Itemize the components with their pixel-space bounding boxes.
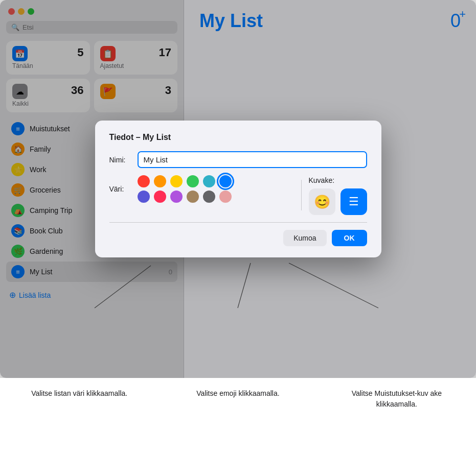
icon-buttons: 😊 ☰ (309, 188, 367, 215)
color-teal[interactable] (203, 175, 215, 187)
color-pink[interactable] (154, 191, 166, 203)
color-red[interactable] (138, 175, 150, 187)
color-orange[interactable] (154, 175, 166, 187)
list-info-modal: Tiedot – My List Nimi: Väri: (95, 121, 381, 257)
ok-button[interactable]: OK (332, 230, 367, 246)
color-purple[interactable] (138, 191, 150, 203)
color-violet[interactable] (170, 191, 183, 203)
color-blue[interactable] (219, 175, 232, 187)
emoji-icon: 😊 (314, 194, 330, 210)
list-icon-symbol: ☰ (349, 195, 359, 208)
color-row-1 (138, 175, 232, 187)
modal-title: Tiedot – My List (109, 133, 367, 142)
annotation-color: Valitse listan väri klikkaamalla. (28, 388, 130, 399)
color-label: Väri: (109, 185, 138, 193)
emoji-icon-button[interactable]: 😊 (309, 188, 335, 215)
name-row: Nimi: (109, 151, 367, 168)
name-label: Nimi: (109, 156, 138, 164)
color-green[interactable] (187, 175, 199, 187)
color-row-2 (138, 191, 232, 203)
annotation-icon: Valitse Muistutukset-kuv ake klikkaamall… (346, 388, 448, 410)
color-swatches (138, 175, 232, 203)
color-row: Väri: (109, 175, 294, 203)
color-brown[interactable] (187, 191, 199, 203)
section-divider (301, 180, 302, 210)
annotations: Valitse listan väri klikkaamalla. Valits… (0, 378, 476, 451)
modal-divider (109, 222, 367, 223)
list-icon-button[interactable]: ☰ (341, 188, 367, 215)
modal-actions: Kumoa OK (109, 230, 367, 246)
cancel-button[interactable]: Kumoa (283, 230, 326, 246)
color-gray[interactable] (203, 191, 215, 203)
name-input[interactable] (138, 151, 367, 168)
color-lightpink[interactable] (219, 191, 232, 203)
modal-overlay: Tiedot – My List Nimi: Väri: (0, 0, 476, 378)
icon-label: Kuvake: (309, 176, 335, 184)
app-window: 🔍 📅 5 Tänään 📋 17 Ajastetut ☁ (0, 0, 476, 378)
annotation-emoji: Valitse emoji klikkaamalla. (187, 388, 289, 399)
color-yellow[interactable] (170, 175, 183, 187)
